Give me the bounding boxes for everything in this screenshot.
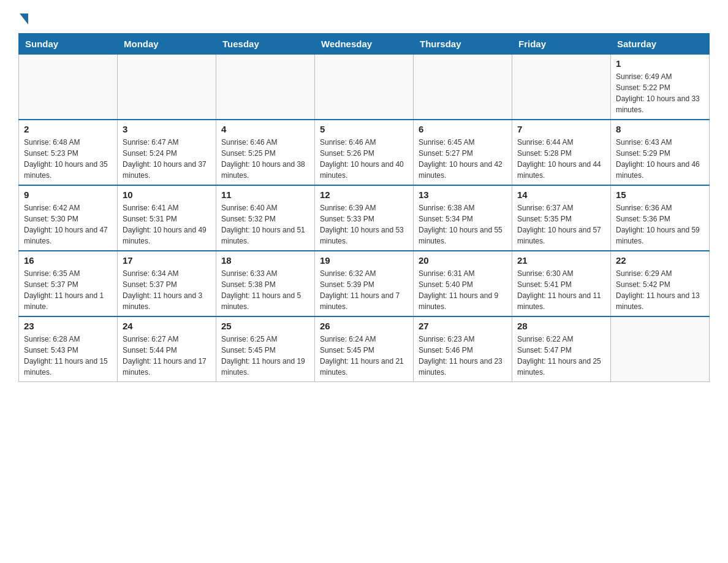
day-info: Sunrise: 6:33 AMSunset: 5:38 PMDaylight:… — [221, 268, 309, 312]
calendar-day-cell: 23Sunrise: 6:28 AMSunset: 5:43 PMDayligh… — [19, 316, 118, 382]
day-info: Sunrise: 6:49 AMSunset: 5:22 PMDaylight:… — [616, 71, 704, 115]
day-number: 7 — [517, 124, 605, 134]
calendar-day-cell: 12Sunrise: 6:39 AMSunset: 5:33 PMDayligh… — [315, 185, 414, 251]
logo — [18, 12, 28, 23]
calendar-day-cell: 4Sunrise: 6:46 AMSunset: 5:25 PMDaylight… — [216, 120, 315, 185]
day-number: 2 — [24, 124, 112, 134]
calendar-day-cell: 9Sunrise: 6:42 AMSunset: 5:30 PMDaylight… — [19, 185, 118, 251]
day-number: 26 — [320, 321, 408, 331]
calendar-header-row: SundayMondayTuesdayWednesdayThursdayFrid… — [19, 34, 710, 55]
day-number: 9 — [24, 190, 112, 200]
day-info: Sunrise: 6:46 AMSunset: 5:25 PMDaylight:… — [221, 137, 309, 181]
calendar-day-cell: 20Sunrise: 6:31 AMSunset: 5:40 PMDayligh… — [414, 251, 512, 316]
day-number: 27 — [419, 321, 507, 331]
day-number: 5 — [320, 124, 408, 134]
day-number: 11 — [221, 190, 309, 200]
day-info: Sunrise: 6:42 AMSunset: 5:30 PMDaylight:… — [24, 202, 112, 247]
day-info: Sunrise: 6:38 AMSunset: 5:34 PMDaylight:… — [419, 202, 507, 247]
logo-arrow-icon — [20, 13, 28, 25]
day-number: 20 — [419, 255, 507, 266]
day-number: 13 — [419, 190, 507, 200]
calendar-day-cell: 17Sunrise: 6:34 AMSunset: 5:37 PMDayligh… — [118, 251, 216, 316]
day-number: 28 — [517, 321, 605, 331]
calendar-day-cell: 1Sunrise: 6:49 AMSunset: 5:22 PMDaylight… — [611, 55, 710, 120]
day-info: Sunrise: 6:47 AMSunset: 5:24 PMDaylight:… — [123, 137, 211, 181]
day-info: Sunrise: 6:23 AMSunset: 5:46 PMDaylight:… — [419, 334, 507, 378]
calendar-day-cell: 24Sunrise: 6:27 AMSunset: 5:44 PMDayligh… — [118, 316, 216, 382]
calendar-day-cell: 10Sunrise: 6:41 AMSunset: 5:31 PMDayligh… — [118, 185, 216, 251]
page-header — [18, 12, 710, 23]
calendar-week-row: 23Sunrise: 6:28 AMSunset: 5:43 PMDayligh… — [19, 316, 710, 382]
day-info: Sunrise: 6:37 AMSunset: 5:35 PMDaylight:… — [517, 202, 605, 247]
day-number: 12 — [320, 190, 408, 200]
calendar-day-cell: 16Sunrise: 6:35 AMSunset: 5:37 PMDayligh… — [19, 251, 118, 316]
day-of-week-header: Tuesday — [216, 34, 315, 55]
day-number: 17 — [123, 255, 211, 266]
day-number: 14 — [517, 190, 605, 200]
calendar-day-cell: 19Sunrise: 6:32 AMSunset: 5:39 PMDayligh… — [315, 251, 414, 316]
day-number: 3 — [123, 124, 211, 134]
calendar-day-cell — [315, 55, 414, 120]
day-info: Sunrise: 6:27 AMSunset: 5:44 PMDaylight:… — [123, 334, 211, 378]
day-info: Sunrise: 6:40 AMSunset: 5:32 PMDaylight:… — [221, 202, 309, 247]
day-info: Sunrise: 6:46 AMSunset: 5:26 PMDaylight:… — [320, 137, 408, 181]
calendar-week-row: 16Sunrise: 6:35 AMSunset: 5:37 PMDayligh… — [19, 251, 710, 316]
day-info: Sunrise: 6:28 AMSunset: 5:43 PMDaylight:… — [24, 334, 112, 378]
calendar-day-cell: 18Sunrise: 6:33 AMSunset: 5:38 PMDayligh… — [216, 251, 315, 316]
calendar-day-cell: 8Sunrise: 6:43 AMSunset: 5:29 PMDaylight… — [611, 120, 710, 185]
calendar-day-cell: 21Sunrise: 6:30 AMSunset: 5:41 PMDayligh… — [512, 251, 611, 316]
calendar-day-cell: 27Sunrise: 6:23 AMSunset: 5:46 PMDayligh… — [414, 316, 512, 382]
calendar-day-cell: 13Sunrise: 6:38 AMSunset: 5:34 PMDayligh… — [414, 185, 512, 251]
calendar-day-cell: 28Sunrise: 6:22 AMSunset: 5:47 PMDayligh… — [512, 316, 611, 382]
day-info: Sunrise: 6:44 AMSunset: 5:28 PMDaylight:… — [517, 137, 605, 181]
calendar-day-cell: 2Sunrise: 6:48 AMSunset: 5:23 PMDaylight… — [19, 120, 118, 185]
day-of-week-header: Wednesday — [315, 34, 414, 55]
day-number: 8 — [616, 124, 704, 134]
calendar-day-cell: 26Sunrise: 6:24 AMSunset: 5:45 PMDayligh… — [315, 316, 414, 382]
calendar-table: SundayMondayTuesdayWednesdayThursdayFrid… — [18, 33, 710, 382]
day-of-week-header: Monday — [118, 34, 216, 55]
calendar-day-cell — [611, 316, 710, 382]
day-info: Sunrise: 6:48 AMSunset: 5:23 PMDaylight:… — [24, 137, 112, 181]
day-info: Sunrise: 6:43 AMSunset: 5:29 PMDaylight:… — [616, 137, 704, 181]
day-number: 6 — [419, 124, 507, 134]
day-info: Sunrise: 6:29 AMSunset: 5:42 PMDaylight:… — [616, 268, 704, 312]
calendar-day-cell — [19, 55, 118, 120]
calendar-day-cell: 22Sunrise: 6:29 AMSunset: 5:42 PMDayligh… — [611, 251, 710, 316]
day-info: Sunrise: 6:24 AMSunset: 5:45 PMDaylight:… — [320, 334, 408, 378]
day-number: 1 — [616, 58, 704, 69]
day-number: 15 — [616, 190, 704, 200]
day-number: 16 — [24, 255, 112, 266]
calendar-day-cell — [512, 55, 611, 120]
day-of-week-header: Sunday — [19, 34, 118, 55]
day-info: Sunrise: 6:35 AMSunset: 5:37 PMDaylight:… — [24, 268, 112, 312]
calendar-day-cell: 6Sunrise: 6:45 AMSunset: 5:27 PMDaylight… — [414, 120, 512, 185]
day-info: Sunrise: 6:36 AMSunset: 5:36 PMDaylight:… — [616, 202, 704, 247]
calendar-day-cell: 5Sunrise: 6:46 AMSunset: 5:26 PMDaylight… — [315, 120, 414, 185]
day-of-week-header: Saturday — [611, 34, 710, 55]
calendar-day-cell — [118, 55, 216, 120]
calendar-day-cell — [414, 55, 512, 120]
calendar-day-cell: 15Sunrise: 6:36 AMSunset: 5:36 PMDayligh… — [611, 185, 710, 251]
calendar-day-cell: 25Sunrise: 6:25 AMSunset: 5:45 PMDayligh… — [216, 316, 315, 382]
day-info: Sunrise: 6:41 AMSunset: 5:31 PMDaylight:… — [123, 202, 211, 247]
day-number: 25 — [221, 321, 309, 331]
calendar-week-row: 9Sunrise: 6:42 AMSunset: 5:30 PMDaylight… — [19, 185, 710, 251]
calendar-day-cell — [216, 55, 315, 120]
day-number: 19 — [320, 255, 408, 266]
day-info: Sunrise: 6:22 AMSunset: 5:47 PMDaylight:… — [517, 334, 605, 378]
day-number: 18 — [221, 255, 309, 266]
day-number: 24 — [123, 321, 211, 331]
calendar-day-cell: 7Sunrise: 6:44 AMSunset: 5:28 PMDaylight… — [512, 120, 611, 185]
day-number: 4 — [221, 124, 309, 134]
day-info: Sunrise: 6:32 AMSunset: 5:39 PMDaylight:… — [320, 268, 408, 312]
day-info: Sunrise: 6:25 AMSunset: 5:45 PMDaylight:… — [221, 334, 309, 378]
day-number: 21 — [517, 255, 605, 266]
day-info: Sunrise: 6:45 AMSunset: 5:27 PMDaylight:… — [419, 137, 507, 181]
calendar-week-row: 1Sunrise: 6:49 AMSunset: 5:22 PMDaylight… — [19, 55, 710, 120]
day-number: 22 — [616, 255, 704, 266]
day-number: 10 — [123, 190, 211, 200]
day-info: Sunrise: 6:31 AMSunset: 5:40 PMDaylight:… — [419, 268, 507, 312]
day-of-week-header: Thursday — [414, 34, 512, 55]
calendar-day-cell: 3Sunrise: 6:47 AMSunset: 5:24 PMDaylight… — [118, 120, 216, 185]
